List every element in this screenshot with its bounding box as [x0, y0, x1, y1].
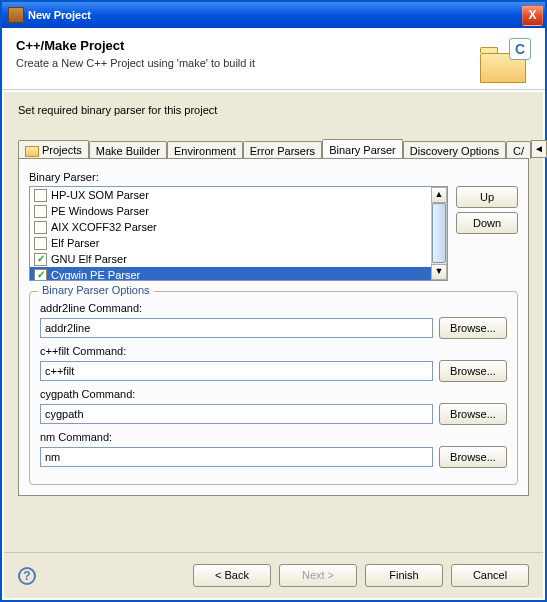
- tab-make-builder[interactable]: Make Builder: [89, 141, 167, 159]
- back-button[interactable]: < Back: [193, 564, 271, 587]
- scroll-thumb[interactable]: [432, 203, 446, 263]
- list-item[interactable]: HP-UX SOM Parser: [30, 187, 431, 203]
- tab-page-binary-parser: Binary Parser: HP-UX SOM Parser PE Windo…: [18, 158, 529, 496]
- up-button[interactable]: Up: [456, 186, 518, 208]
- folder-icon: [25, 146, 39, 157]
- addr2line-input[interactable]: [40, 318, 433, 338]
- content-area: Set required binary parser for this proj…: [4, 92, 543, 552]
- cygpath-input[interactable]: [40, 404, 433, 424]
- cancel-button[interactable]: Cancel: [451, 564, 529, 587]
- checkbox[interactable]: [34, 269, 47, 282]
- titlebar[interactable]: New Project X: [2, 2, 545, 28]
- cxxfilt-input[interactable]: [40, 361, 433, 381]
- scroll-up-icon[interactable]: ▲: [431, 187, 447, 203]
- checkbox[interactable]: [34, 237, 47, 250]
- checkbox[interactable]: [34, 221, 47, 234]
- tab-binary-parser[interactable]: Binary Parser: [322, 139, 403, 158]
- list-item[interactable]: AIX XCOFF32 Parser: [30, 219, 431, 235]
- browse-button[interactable]: Browse...: [439, 403, 507, 425]
- app-icon: [8, 7, 24, 23]
- list-item-label: PE Windows Parser: [51, 205, 149, 217]
- group-legend: Binary Parser Options: [38, 284, 154, 296]
- wizard-header: C++/Make Project Create a New C++ Projec…: [2, 28, 545, 90]
- tab-c-extra[interactable]: C/: [506, 141, 531, 159]
- finish-button[interactable]: Finish: [365, 564, 443, 587]
- tab-projects[interactable]: Projects: [18, 140, 89, 159]
- checkbox[interactable]: [34, 189, 47, 202]
- tab-scroll: ◄ ►: [531, 140, 547, 158]
- cxxfilt-label: c++filt Command:: [40, 345, 507, 357]
- scrollbar[interactable]: ▲ ▼: [431, 187, 447, 280]
- list-item[interactable]: Cygwin PE Parser: [30, 267, 431, 281]
- dialog-window: New Project X C++/Make Project Create a …: [0, 0, 547, 602]
- page-subtitle: Create a New C++ Project using 'make' to…: [16, 57, 476, 69]
- list-item-label: HP-UX SOM Parser: [51, 189, 149, 201]
- close-icon[interactable]: X: [522, 5, 543, 26]
- list-item-label: AIX XCOFF32 Parser: [51, 221, 157, 233]
- tab-label: Projects: [42, 144, 82, 156]
- browse-button[interactable]: Browse...: [439, 360, 507, 382]
- parser-list-label: Binary Parser:: [29, 171, 518, 183]
- addr2line-label: addr2line Command:: [40, 302, 507, 314]
- list-item-label: Elf Parser: [51, 237, 99, 249]
- tab-error-parsers[interactable]: Error Parsers: [243, 141, 322, 159]
- down-button[interactable]: Down: [456, 212, 518, 234]
- tab-scroll-left-icon[interactable]: ◄: [531, 140, 547, 158]
- scroll-down-icon[interactable]: ▼: [431, 264, 447, 280]
- parser-options-group: Binary Parser Options addr2line Command:…: [29, 291, 518, 485]
- list-item[interactable]: PE Windows Parser: [30, 203, 431, 219]
- checkbox[interactable]: [34, 253, 47, 266]
- window-title: New Project: [28, 9, 522, 21]
- checkbox[interactable]: [34, 205, 47, 218]
- list-item[interactable]: GNU Elf Parser: [30, 251, 431, 267]
- list-item-label: GNU Elf Parser: [51, 253, 127, 265]
- tab-discovery-options[interactable]: Discovery Options: [403, 141, 506, 159]
- nm-label: nm Command:: [40, 431, 507, 443]
- parser-list[interactable]: HP-UX SOM Parser PE Windows Parser AIX X…: [29, 186, 448, 281]
- tab-row: Projects Make Builder Environment Error …: [18, 136, 529, 158]
- wizard-footer: ? < Back Next > Finish Cancel: [4, 552, 543, 598]
- next-button[interactable]: Next >: [279, 564, 357, 587]
- page-title: C++/Make Project: [16, 38, 476, 53]
- instruction-text: Set required binary parser for this proj…: [18, 104, 529, 116]
- help-icon[interactable]: ?: [18, 567, 36, 585]
- tab-environment[interactable]: Environment: [167, 141, 243, 159]
- browse-button[interactable]: Browse...: [439, 317, 507, 339]
- nm-input[interactable]: [40, 447, 433, 467]
- list-item[interactable]: Elf Parser: [30, 235, 431, 251]
- list-item-label: Cygwin PE Parser: [51, 269, 140, 281]
- browse-button[interactable]: Browse...: [439, 446, 507, 468]
- scroll-track[interactable]: [431, 203, 447, 264]
- folder-icon: C: [476, 38, 531, 83]
- cygpath-label: cygpath Command:: [40, 388, 507, 400]
